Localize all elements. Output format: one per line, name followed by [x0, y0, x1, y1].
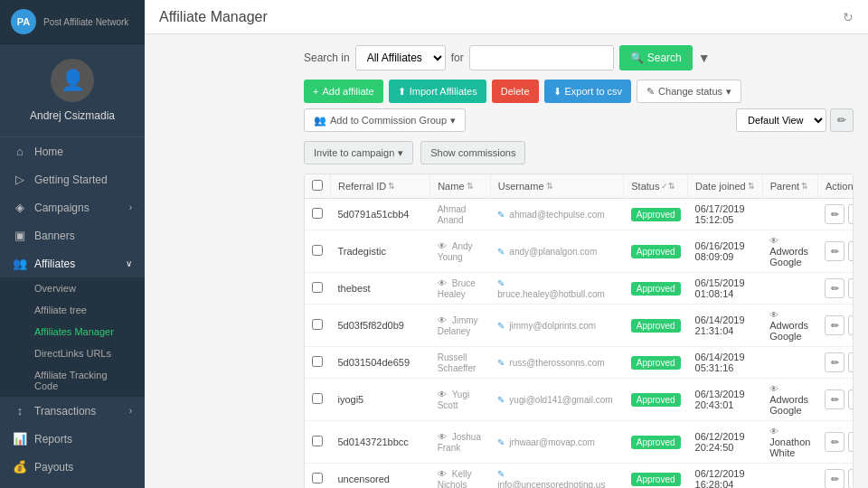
delete-button[interactable]: Delete	[492, 80, 539, 103]
row-name: Russell Schaeffer	[430, 347, 491, 379]
table-row: 5d031504de659 Russell Schaeffer ✎ russ@t…	[305, 347, 854, 379]
delete-row-button[interactable]: 🗑	[848, 278, 854, 298]
edit-username-icon[interactable]: ✎	[497, 210, 505, 220]
delete-row-button[interactable]: 🗑	[848, 241, 854, 261]
row-username: ✎ jimmy@dolprints.com	[490, 305, 623, 347]
sidebar-item-banners[interactable]: ▣ Banners	[0, 221, 145, 249]
edit-username-icon[interactable]: ✎	[497, 358, 505, 368]
row-checkbox-cell	[305, 230, 331, 273]
edit-row-button[interactable]: ✏	[825, 389, 844, 409]
default-view-select[interactable]: Default View	[736, 108, 826, 132]
avatar: 👤	[51, 59, 94, 102]
row-checkbox[interactable]	[312, 208, 323, 219]
chevron-down-icon-status: ▾	[726, 86, 731, 98]
filter-icon[interactable]: ▼	[698, 51, 711, 65]
row-checkbox[interactable]	[312, 245, 323, 256]
sidebar-item-home[interactable]: ⌂ Home	[0, 137, 145, 165]
sidebar-item-campaigns[interactable]: ◈ Campaigns ›	[0, 193, 145, 221]
campaigns-icon: ◈	[13, 201, 27, 214]
edit-username-icon[interactable]: ✎	[497, 278, 505, 288]
username-text: yugi@old141@gmail.com	[509, 395, 612, 405]
eye-icon: 👁	[438, 315, 447, 325]
edit-row-button[interactable]: ✏	[825, 352, 844, 372]
username-text: jimmy@dolprints.com	[509, 321, 596, 331]
row-actions: ✏ 🗑	[817, 273, 854, 305]
search-button[interactable]: 🔍 Search	[619, 45, 693, 70]
table-row: Tradegistic 👁 Andy Young ✎ andy@planalgo…	[305, 230, 854, 273]
sidebar-item-emails[interactable]: ✉ Emails	[0, 481, 145, 488]
row-checkbox[interactable]	[312, 473, 323, 483]
delete-row-button[interactable]: 🗑	[848, 389, 854, 409]
delete-row-button[interactable]: 🗑	[848, 315, 854, 335]
sidebar-item-affiliate-tree[interactable]: Affiliate tree	[0, 299, 145, 321]
edit-row-button[interactable]: ✏	[825, 315, 844, 335]
row-actions: ✏ 🗑	[817, 199, 854, 230]
row-checkbox[interactable]	[312, 393, 323, 404]
add-commission-button[interactable]: 👥 Add to Commission Group ▾	[304, 108, 466, 132]
row-date: 06/14/2019 21:31:04	[688, 305, 763, 347]
row-name: 👁 Yugi Scott	[430, 379, 491, 421]
edit-username-icon[interactable]: ✎	[497, 469, 505, 479]
delete-row-button[interactable]: 🗑	[848, 204, 854, 224]
edit-username-icon[interactable]: ✎	[497, 437, 505, 447]
select-all-checkbox[interactable]	[312, 180, 323, 191]
sidebar-item-direct-links[interactable]: DirectLinks URLs	[0, 343, 145, 364]
row-checkbox[interactable]	[312, 319, 323, 330]
th-username[interactable]: Username ⇅	[490, 174, 623, 199]
import-affiliates-button[interactable]: ⬆ Import Affiliates	[389, 80, 486, 103]
th-parent[interactable]: Parent ⇅	[762, 174, 817, 199]
sidebar-item-reports[interactable]: 📊 Reports	[0, 425, 145, 453]
edit-row-button[interactable]: ✏	[825, 432, 844, 452]
edit-row-button[interactable]: ✏	[825, 204, 844, 224]
eye-icon: 👁	[438, 241, 447, 251]
change-status-button[interactable]: ✎ Change status ▾	[637, 80, 741, 103]
edit-username-icon[interactable]: ✎	[497, 395, 505, 405]
delete-row-button[interactable]: 🗑	[848, 432, 854, 452]
row-username: ✎ russ@therossonns.com	[490, 347, 623, 379]
table-row: uncensored 👁 Kelly Nichols ✎ info@uncens…	[305, 464, 854, 489]
row-checkbox[interactable]	[312, 356, 323, 367]
row-ref-id: iyogi5	[331, 379, 430, 421]
row-status: Approved	[624, 421, 688, 464]
home-icon: ⌂	[13, 145, 27, 158]
status-badge: Approved	[631, 356, 681, 370]
chevron-right-icon: ›	[129, 202, 132, 212]
sidebar-item-getting-started[interactable]: ▷ Getting Started	[0, 165, 145, 193]
edit-row-button[interactable]: ✏	[825, 278, 844, 298]
sidebar-item-reports-label: Reports	[34, 433, 72, 446]
sidebar-item-transactions[interactable]: ↕ Transactions ›	[0, 397, 145, 425]
sidebar-item-overview[interactable]: Overview	[0, 277, 145, 299]
th-name[interactable]: Name ⇅	[430, 174, 491, 199]
show-commissions-button[interactable]: Show commissions	[420, 141, 525, 164]
sidebar-item-tracking-code[interactable]: Affiliate Tracking Code	[0, 364, 145, 397]
edit-row-button[interactable]: ✏	[825, 469, 844, 488]
sidebar: PA Post Affiliate Network 👤 Andrej Csizm…	[0, 0, 145, 488]
add-affiliate-button[interactable]: + Add affiliate	[304, 80, 383, 103]
edit-view-button[interactable]: ✏	[830, 108, 854, 132]
refresh-icon[interactable]: ↻	[843, 10, 854, 24]
export-csv-button[interactable]: ⬇ Export to csv	[544, 80, 632, 103]
row-checkbox[interactable]	[312, 436, 323, 446]
row-name: 👁 Jimmy Delaney	[430, 305, 491, 347]
row-checkbox[interactable]	[312, 282, 323, 293]
th-referral-id[interactable]: Referral ID ⇅	[331, 174, 430, 199]
search-input[interactable]	[469, 45, 614, 70]
edit-username-icon[interactable]: ✎	[497, 321, 505, 331]
sidebar-item-home-label: Home	[34, 145, 63, 158]
delete-row-button[interactable]: 🗑	[848, 352, 854, 372]
invite-campaign-button[interactable]: Invite to campaign ▾	[304, 141, 413, 164]
row-status: Approved	[624, 379, 688, 421]
th-date-joined[interactable]: Date joined ⇅	[688, 174, 763, 199]
sidebar-item-affiliates[interactable]: 👥 Affiliates ∨	[0, 249, 145, 277]
table-row: 5d03f5f82d0b9 👁 Jimmy Delaney ✎ jimmy@do…	[305, 305, 854, 347]
edit-username-icon[interactable]: ✎	[497, 247, 505, 257]
sidebar-item-payouts[interactable]: 💰 Payouts	[0, 453, 145, 481]
edit-row-button[interactable]: ✏	[825, 241, 844, 261]
status-badge: Approved	[631, 436, 681, 449]
th-checkbox	[305, 174, 331, 199]
delete-row-button[interactable]: 🗑	[848, 469, 854, 488]
th-status[interactable]: Status ✓⇅	[624, 174, 688, 199]
sidebar-item-affiliates-manager[interactable]: Affiliates Manager	[0, 321, 145, 343]
search-icon: 🔍	[630, 52, 644, 64]
search-in-select[interactable]: All Affiliates Name Username Email	[355, 45, 446, 70]
